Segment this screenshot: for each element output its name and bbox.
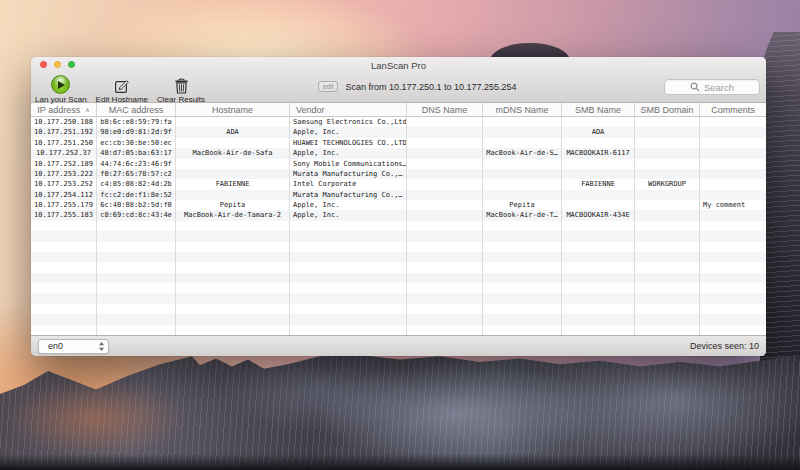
table-row[interactable]: 10.177.255.1796c:40:08:b2:5d:f0PepitaApp… (31, 200, 766, 210)
cell-smb-name: FABIENNE (562, 179, 635, 189)
cell-smb-name (562, 169, 635, 179)
table-row[interactable]: 10.177.250.188b8:6c:e8:59:79:faSamsung E… (31, 117, 766, 127)
table-row-empty[interactable] (31, 262, 766, 272)
table-row[interactable]: 10.177.254.112fc:c2:de:f1:8e:52Murata Ma… (31, 190, 766, 200)
table-row[interactable]: 10.177.252.3748:d7:05:ba:63:17MacBook-Ai… (31, 148, 766, 158)
table-row-empty[interactable] (31, 304, 766, 314)
cell-ip-address (31, 262, 97, 272)
search-placeholder: Search (704, 82, 734, 93)
cell-comments: My comment (700, 200, 766, 210)
cell-smb-name (562, 231, 635, 241)
column-header-mdns-name[interactable]: mDNS Name (483, 103, 562, 116)
cell-smb-name (562, 200, 635, 210)
cell-dns-name (407, 117, 483, 127)
cell-comments (700, 293, 766, 303)
column-header-hostname[interactable]: Hostname (176, 103, 290, 116)
cell-hostname (176, 273, 290, 283)
cell-smb-name (562, 221, 635, 231)
table-row-empty[interactable] (31, 252, 766, 262)
cell-smb-domain (635, 252, 700, 262)
table-row-empty[interactable] (31, 231, 766, 241)
cell-mdns-name: MacBook-Air-de-T… (483, 210, 562, 220)
cell-vendor (290, 252, 407, 262)
cell-ip-address (31, 283, 97, 293)
cell-vendor: Apple, Inc. (290, 148, 407, 158)
cell-smb-name (562, 304, 635, 314)
zoom-button[interactable] (68, 61, 75, 68)
edit-range-button[interactable]: edit (318, 81, 338, 92)
cell-ip-address (31, 304, 97, 314)
table-header: IP address∧MAC addressHostnameVendorDNS … (31, 103, 766, 117)
column-header-vendor[interactable]: Vendor (290, 103, 407, 116)
cell-ip-address (31, 293, 97, 303)
cell-mdns-name (483, 273, 562, 283)
cell-smb-domain (635, 138, 700, 148)
cell-ip-address: 10.177.253.252 (31, 179, 97, 189)
cell-smb-name (562, 159, 635, 169)
cell-mdns-name (483, 283, 562, 293)
cell-vendor (290, 231, 407, 241)
scan-range-group: edit Scan from 10.177.250.1 to 10.177.25… (318, 81, 517, 92)
cell-hostname (176, 325, 290, 335)
column-header-dns-name[interactable]: DNS Name (407, 103, 483, 116)
cell-vendor: Apple, Inc. (290, 127, 407, 137)
column-header-ip-address[interactable]: IP address∧ (31, 103, 97, 116)
table-row-empty[interactable] (31, 273, 766, 283)
traffic-lights (40, 61, 75, 68)
cell-mac-address: b8:6c:e8:59:79:fa (97, 117, 176, 127)
cell-hostname (176, 138, 290, 148)
table-row[interactable]: 10.177.253.222f0:27:65:78:57:c2Murata Ma… (31, 169, 766, 179)
close-button[interactable] (40, 61, 47, 68)
column-header-comments[interactable]: Comments (700, 103, 766, 116)
play-icon[interactable] (51, 75, 70, 94)
table-row[interactable]: 10.177.253.252c4:85:08:82:4d:2bFABIENNEI… (31, 179, 766, 189)
cell-hostname (176, 283, 290, 293)
cell-comments (700, 117, 766, 127)
clear-results-button[interactable]: Clear Results (157, 77, 205, 104)
cell-mdns-name (483, 179, 562, 189)
cell-mdns-name (483, 242, 562, 252)
cell-mdns-name (483, 190, 562, 200)
cell-vendor (290, 273, 407, 283)
cell-dns-name (407, 127, 483, 137)
search-field[interactable]: Search (664, 79, 760, 95)
cell-vendor (290, 325, 407, 335)
scan-button[interactable]: Lan your Scan (35, 75, 87, 104)
cell-hostname (176, 221, 290, 231)
table-row-empty[interactable] (31, 293, 766, 303)
cell-comments (700, 252, 766, 262)
cell-dns-name (407, 314, 483, 324)
table-row-empty[interactable] (31, 283, 766, 293)
cell-hostname (176, 304, 290, 314)
column-header-smb-domain[interactable]: SMB Domain (635, 103, 700, 116)
table-row-empty[interactable] (31, 314, 766, 324)
interface-select[interactable]: en0 (38, 339, 109, 354)
table-row-empty[interactable] (31, 221, 766, 231)
column-header-smb-name[interactable]: SMB Name (562, 103, 635, 116)
cell-hostname (176, 159, 290, 169)
cell-mac-address: c8:69:cd:8c:43:4e (97, 210, 176, 220)
minimize-button[interactable] (54, 61, 61, 68)
cell-comments (700, 148, 766, 158)
scan-button-label: Lan your Scan (35, 95, 87, 104)
cell-dns-name (407, 138, 483, 148)
cell-smb-name (562, 283, 635, 293)
cell-smb-domain (635, 262, 700, 272)
cell-ip-address (31, 252, 97, 262)
magnifier-icon (690, 82, 700, 92)
edit-hostname-button[interactable]: Edit Hostname (96, 77, 148, 104)
play-triangle-icon (58, 81, 65, 89)
table-row[interactable]: 10.177.255.183c8:69:cd:8c:43:4eMacBook-A… (31, 210, 766, 220)
table-row-empty[interactable] (31, 242, 766, 252)
table-row-empty[interactable] (31, 325, 766, 335)
table-row[interactable]: 10.177.251.250ec:cb:30:be:50:ecHUAWEI TE… (31, 138, 766, 148)
cell-dns-name (407, 325, 483, 335)
cell-dns-name (407, 283, 483, 293)
window-header: LanScan Pro Lan your Scan Edit Hostname (31, 57, 766, 103)
table-row[interactable]: 10.177.252.18944:74:6c:23:46:9fSony Mobi… (31, 159, 766, 169)
column-header-mac-address[interactable]: MAC address (97, 103, 176, 116)
table-row[interactable]: 10.177.251.19298:e0:d9:81:2d:9fADAApple,… (31, 127, 766, 137)
cell-dns-name (407, 231, 483, 241)
cell-smb-domain (635, 190, 700, 200)
cell-mdns-name (483, 117, 562, 127)
